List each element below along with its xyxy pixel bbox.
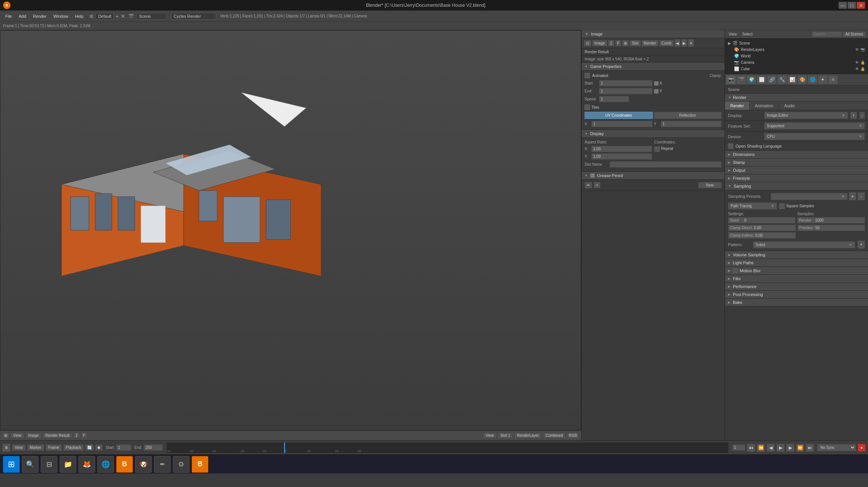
game-properties-header[interactable]: ▼ Game Properties <box>582 63 725 71</box>
menu-render[interactable]: Render <box>30 13 49 20</box>
display-extra-btn2[interactable]: - <box>859 112 865 119</box>
jump-start-btn[interactable]: ⏮ <box>747 444 755 452</box>
record-btn[interactable]: ⏺ <box>95 444 103 451</box>
world-icon-tab[interactable]: 🌍 <box>746 75 756 84</box>
next-keyframe-btn[interactable]: ⏩ <box>796 444 804 452</box>
render-result-label[interactable]: Render Result <box>43 433 72 438</box>
light-paths-section[interactable]: ▶ Light Paths <box>725 259 868 267</box>
sync-select[interactable]: No Sync Frame Dropping AV-sync <box>817 444 856 451</box>
sampling-presets-select[interactable]: ▼ <box>771 193 848 200</box>
sampling-header[interactable]: ▼ Sampling <box>725 182 868 190</box>
minimize-button[interactable]: — <box>839 2 847 9</box>
plus-icon-btn[interactable]: + <box>594 182 600 188</box>
constraint-icon-tab[interactable]: 🔗 <box>767 75 777 84</box>
animated-checkbox[interactable] <box>585 73 590 78</box>
menu-add[interactable]: Add <box>16 13 29 20</box>
clamp-y-checkbox[interactable] <box>654 89 659 94</box>
render-layer-btn[interactable]: RenderLayer <box>514 433 542 438</box>
mb-checkbox[interactable] <box>733 268 737 273</box>
render-engine-select[interactable]: Cycles Render <box>171 13 216 20</box>
display-channels-btn[interactable]: RGB <box>567 433 579 438</box>
select-tab[interactable]: Select <box>741 31 754 37</box>
firefox-btn[interactable]: 🦊 <box>78 456 95 473</box>
prev-btn[interactable]: ◀ <box>674 39 680 47</box>
modifier-icon-tab[interactable]: 🔧 <box>777 75 787 84</box>
sampling-remove-btn[interactable]: - <box>857 192 865 200</box>
frame-btn[interactable]: Frame <box>46 444 62 451</box>
square-samples-checkbox[interactable] <box>779 203 785 209</box>
view-btn-2[interactable]: View <box>483 433 497 438</box>
comb-btn[interactable]: Comb <box>659 40 674 46</box>
jump-end-btn[interactable]: ⏭ <box>806 444 814 452</box>
physics-icon-tab[interactable]: ⚛ <box>828 75 838 84</box>
remove-screen-icon[interactable]: ✕ <box>120 13 126 19</box>
path-tracing-select[interactable]: Path Tracing ▼ <box>728 202 777 210</box>
object-icon-tab[interactable]: ⬜ <box>757 75 766 84</box>
maximize-button[interactable]: □ <box>848 2 856 9</box>
reflection-button[interactable]: Reflection <box>654 112 722 119</box>
start-input[interactable]: 1 <box>599 80 653 86</box>
render-icon-tab[interactable]: 📷 <box>726 75 736 84</box>
display-setting-select[interactable]: Image Editor ▼ <box>764 112 848 119</box>
steam-btn[interactable]: ⚙ <box>173 456 189 473</box>
current-frame-input[interactable] <box>732 444 745 451</box>
material-icon-tab[interactable]: 🎨 <box>797 75 807 84</box>
output-section[interactable]: ▶ Output <box>725 166 868 174</box>
display-extra-btn[interactable]: + <box>850 112 857 119</box>
pattern-extra-btn[interactable]: + <box>857 240 865 249</box>
clamp-x-checkbox[interactable] <box>654 81 659 86</box>
camera-item[interactable]: 📷 Camera 👁 🔒 <box>731 59 866 66</box>
open-shading-checkbox[interactable] <box>728 143 733 149</box>
close-button[interactable]: ✕ <box>857 2 865 9</box>
post-processing-section[interactable]: ▶ Post Processing <box>725 291 868 299</box>
render-btn[interactable]: Render <box>642 40 659 46</box>
play-btn[interactable]: ▶ <box>776 444 785 452</box>
sync-mode-btn[interactable]: 🔄 <box>85 444 94 451</box>
search-input[interactable] <box>812 31 842 37</box>
dimensions-section[interactable]: ▶ Dimensions <box>725 151 868 159</box>
bake-section[interactable]: ▶ Bake <box>725 299 868 307</box>
pencil-icon-btn[interactable]: ✏ <box>585 182 592 188</box>
render-icon-btn[interactable]: ⊡ <box>584 40 591 46</box>
menu-file[interactable]: File <box>2 13 15 20</box>
windows-btn[interactable]: ⊞ <box>3 456 20 473</box>
taskview-btn[interactable]: ⊟ <box>41 456 57 473</box>
sampling-add-btn[interactable]: + <box>849 192 856 200</box>
seed-input[interactable] <box>744 218 794 222</box>
device-select[interactable]: CPU ▼ <box>764 133 865 140</box>
viewport[interactable] <box>0 30 581 430</box>
new-gp-button[interactable]: New <box>698 182 722 188</box>
world-item[interactable]: 🌍 World <box>731 53 866 59</box>
render-layers-item[interactable]: 🎨 RenderLayers 👁 📷 <box>731 46 866 53</box>
blender-taskbar-btn[interactable]: B <box>116 456 133 473</box>
render-tab-animation[interactable]: Animation <box>749 102 779 110</box>
volume-sampling-section[interactable]: ▶ Volume Sampling <box>725 251 868 259</box>
scene-name-select[interactable]: Scene <box>136 13 166 20</box>
prev-keyframe-btn[interactable]: ⏪ <box>757 444 765 452</box>
render-tab-audio[interactable]: Audio <box>779 102 800 110</box>
next-frame-btn[interactable]: ▶ <box>786 444 794 452</box>
x-input[interactable]: 1 <box>591 121 653 127</box>
all-scenes-select[interactable]: All Scenes <box>843 31 866 37</box>
slot-label-btn[interactable]: Slot <box>629 40 640 46</box>
freestyle-section[interactable]: ▶ Freestyle <box>725 174 868 182</box>
menu-window[interactable]: Window <box>50 13 71 20</box>
next-btn[interactable]: ▶ <box>681 39 687 47</box>
film-section[interactable]: ▶ Film <box>725 275 868 283</box>
gp2-checkbox[interactable] <box>590 173 595 178</box>
view-tab[interactable]: View <box>727 31 739 37</box>
data-icon-tab[interactable]: 📊 <box>787 75 797 84</box>
preview-input[interactable] <box>816 226 863 230</box>
start-frame-input[interactable] <box>116 444 131 451</box>
record-btn-2[interactable]: ● <box>857 444 866 452</box>
editor-mode-icon[interactable]: ⊞ <box>2 433 9 438</box>
particles-icon-tab[interactable]: ✦ <box>818 75 828 84</box>
explorer-btn[interactable]: 📁 <box>60 456 76 473</box>
combined-btn[interactable]: Combined <box>543 433 566 438</box>
pattern-select[interactable]: Sobol ▼ <box>753 241 855 248</box>
slot-name-input[interactable] <box>609 161 722 168</box>
add-screen-icon[interactable]: + <box>115 13 119 19</box>
texture-icon-tab[interactable]: 🌐 <box>808 75 817 84</box>
performance-section[interactable]: ▶ Performance <box>725 283 868 291</box>
render-tab-render[interactable]: Render <box>725 102 749 110</box>
